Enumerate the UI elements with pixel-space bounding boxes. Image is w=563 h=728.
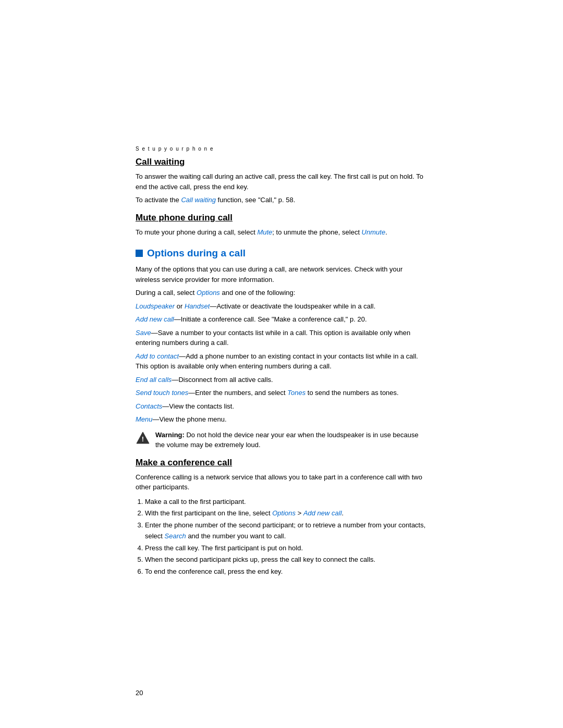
- make-conference-call-para: Conference calling is a network service …: [136, 472, 427, 492]
- step-3: Enter the phone number of the second par…: [145, 520, 427, 542]
- options-item-contacts: Contacts—View the contacts list.: [136, 401, 427, 412]
- call-waiting-para1: To answer the waiting call during an act…: [136, 171, 427, 192]
- page-number: 20: [136, 689, 143, 697]
- options-during-call-section: Options during a call: [136, 248, 427, 259]
- options-item-send-touch-tones: Send touch tones—Enter the numbers, and …: [136, 388, 427, 398]
- options-item-save: Save—Save a number to your contacts list…: [136, 328, 427, 348]
- step2-add-new-call-link[interactable]: Add new call: [303, 509, 342, 517]
- mute-link[interactable]: Mute: [257, 228, 272, 236]
- step3-search-link[interactable]: Search: [165, 532, 186, 540]
- options-link[interactable]: Options: [197, 289, 220, 297]
- call-waiting-para2: To activate the Call waiting function, s…: [136, 195, 427, 205]
- step-5: When the second participant picks up, pr…: [145, 554, 427, 565]
- loudspeaker-link[interactable]: Loudspeaker: [136, 302, 175, 310]
- options-item-loudspeaker: Loudspeaker or Handset—Activate or deact…: [136, 301, 427, 312]
- make-conference-call-heading: Make a conference call: [136, 458, 427, 468]
- call-waiting-heading: Call waiting: [136, 157, 427, 167]
- mute-phone-para: To mute your phone during a call, select…: [136, 227, 427, 238]
- options-para2: During a call, select Options and one of…: [136, 288, 427, 298]
- page-container: S e t u p y o u r p h o n e Call waiting…: [0, 0, 563, 728]
- mute-phone-heading: Mute phone during call: [136, 213, 427, 223]
- unmute-link[interactable]: Unmute: [362, 228, 386, 236]
- options-item-menu: Menu—View the phone menu.: [136, 414, 427, 425]
- call-waiting-link[interactable]: Call waiting: [181, 196, 215, 204]
- add-new-call-link[interactable]: Add new call: [136, 315, 174, 323]
- menu-link[interactable]: Menu: [136, 415, 153, 423]
- add-to-contact-link[interactable]: Add to contact: [136, 352, 179, 360]
- svg-text:!: !: [142, 435, 144, 443]
- warning-box: ! Warning: Do not hold the device near y…: [136, 430, 427, 450]
- warning-icon: !: [136, 431, 150, 446]
- save-link[interactable]: Save: [136, 329, 151, 337]
- contacts-link[interactable]: Contacts: [136, 402, 162, 410]
- blue-square-icon: [136, 250, 143, 257]
- send-touch-tones-link[interactable]: Send touch tones: [136, 389, 188, 397]
- options-para1: Many of the options that you can use dur…: [136, 264, 427, 285]
- tones-link[interactable]: Tones: [287, 389, 305, 397]
- options-item-add-new-call: Add new call—Initiate a conference call.…: [136, 314, 427, 325]
- options-during-call-heading: Options during a call: [147, 248, 246, 259]
- options-item-end-all-calls: End all calls—Disconnect from all active…: [136, 375, 427, 385]
- section-label: S e t u p y o u r p h o n e: [136, 146, 427, 152]
- step-6: To end the conference call, press the en…: [145, 566, 427, 577]
- handset-link[interactable]: Handset: [185, 302, 210, 310]
- step2-options-link[interactable]: Options: [272, 509, 296, 517]
- end-all-calls-link[interactable]: End all calls: [136, 376, 172, 384]
- warning-text: Warning: Do not hold the device near you…: [155, 430, 427, 450]
- step-4: Press the call key. The first participan…: [145, 543, 427, 554]
- conference-call-steps: Make a call to the first participant. Wi…: [145, 497, 427, 578]
- step-2: With the first participant on the line, …: [145, 508, 427, 519]
- options-item-add-to-contact: Add to contact—Add a phone number to an …: [136, 351, 427, 372]
- step-1: Make a call to the first participant.: [145, 497, 427, 508]
